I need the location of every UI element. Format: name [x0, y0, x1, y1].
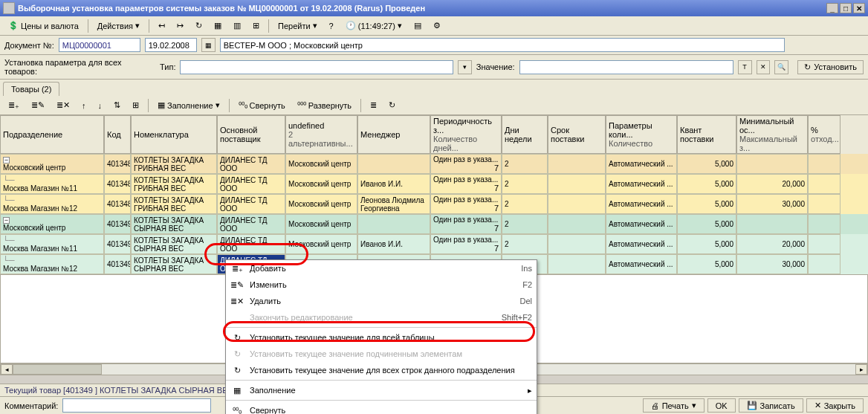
table-cell[interactable]: Московский центр: [285, 234, 357, 254]
table-cell[interactable]: 5,000: [677, 194, 736, 214]
table-cell[interactable]: Автоматический ...: [606, 234, 677, 254]
table-cell[interactable]: Леонова Людмила Георгиевна: [357, 194, 430, 214]
nav-next-button[interactable]: ↦: [172, 19, 189, 33]
table-cell[interactable]: ДИЛАНЕС ТД ООО: [217, 234, 285, 254]
table-cell[interactable]: −Московский центр: [0, 214, 104, 234]
goto-dropdown[interactable]: Перейти ▾: [273, 19, 323, 33]
refresh-button[interactable]: ↻: [190, 19, 207, 33]
menu-item-set-all[interactable]: ↻Установить текущее значение для всей та…: [226, 329, 537, 346]
table-row[interactable]: └─Москва Магазин №12401348КОТЛЕТЫ ЗАГАДК…: [0, 194, 868, 214]
table-cell[interactable]: [548, 194, 606, 214]
tab-goods[interactable]: Товары (2): [3, 82, 59, 96]
table-row[interactable]: −Московский центр401348КОТЛЕТЫ ЗАГАДКА Г…: [0, 154, 868, 174]
maximize-button[interactable]: □: [840, 3, 852, 13]
menu-item-edit[interactable]: ≣✎ИзменитьF2: [226, 276, 537, 293]
grid-sort-button[interactable]: ⇅: [108, 98, 126, 112]
table-cell[interactable]: −Московский центр: [0, 154, 104, 174]
table-cell[interactable]: 2: [502, 234, 548, 254]
table-cell[interactable]: [808, 234, 841, 254]
table-cell[interactable]: 5,000: [677, 214, 736, 234]
menu-item-set-dept[interactable]: ↻Установить текущее значение для всех ст…: [226, 362, 537, 378]
save-button[interactable]: 💾 Записать: [739, 398, 803, 413]
structure-button[interactable]: ⊞: [247, 19, 265, 33]
table-cell[interactable]: [808, 174, 841, 194]
table-cell[interactable]: Московский центр: [285, 154, 357, 174]
time-display[interactable]: 🕐 (11:49:27) ▾: [340, 19, 407, 33]
table-cell[interactable]: 401348: [104, 174, 131, 194]
table-row[interactable]: └─Москва Магазин №11401348КОТЛЕТЫ ЗАГАДК…: [0, 174, 868, 194]
grid-edit-button[interactable]: ≣✎: [26, 98, 50, 112]
table-row[interactable]: −Московский центр401349КОТЛЕТЫ ЗАГАДКА С…: [0, 214, 868, 234]
table-cell[interactable]: └─Москва Магазин №11: [0, 174, 104, 194]
col-header-code[interactable]: Код: [104, 115, 131, 154]
table-cell[interactable]: Один раз в указа...7: [430, 214, 502, 234]
table-cell[interactable]: [808, 254, 841, 274]
table-cell[interactable]: 5,000: [677, 174, 736, 194]
col-header-nomen[interactable]: Номенклатура: [131, 115, 217, 154]
table-cell[interactable]: 2: [502, 154, 548, 174]
grid-moveup-button[interactable]: ↑: [77, 99, 91, 112]
set-button[interactable]: ↻ Установить: [797, 60, 864, 74]
table-cell[interactable]: Один раз в указа...7: [430, 194, 502, 214]
col-header-waste[interactable]: %отход...: [808, 115, 841, 154]
table-cell[interactable]: [548, 214, 606, 234]
table-row[interactable]: └─Москва Магазин №11401349КОТЛЕТЫ ЗАГАДК…: [0, 234, 868, 254]
table-cell[interactable]: ДИЛАНЕС ТД ООО: [217, 174, 285, 194]
help-button[interactable]: ?: [324, 19, 339, 33]
print-button[interactable]: 🖨 Печать ▾: [643, 398, 705, 413]
table-cell[interactable]: Автоматический ...: [606, 174, 677, 194]
table-cell[interactable]: └─Москва Магазин №11: [0, 234, 104, 254]
col-header-period[interactable]: Периодичность з...Количество дней...: [430, 115, 502, 154]
table-cell[interactable]: [548, 154, 606, 174]
table-cell[interactable]: ДИЛАНЕС ТД ООО: [217, 194, 285, 214]
scroll-left-button[interactable]: ◂: [1, 364, 13, 375]
value-clear-button[interactable]: ✕: [757, 60, 771, 74]
ok-button[interactable]: OK: [707, 398, 736, 413]
fill-dropdown[interactable]: ▦ Заполнение ▾: [152, 98, 225, 112]
grid-extra1-button[interactable]: ≣: [365, 98, 382, 112]
menu-item-add[interactable]: ≣₊ДобавитьIns: [226, 260, 537, 276]
table-cell[interactable]: 5,000: [677, 154, 736, 174]
table-cell[interactable]: 401349: [104, 254, 131, 274]
table-cell[interactable]: Московский центр: [285, 174, 357, 194]
table-cell[interactable]: КОТЛЕТЫ ЗАГАДКА ГРИБНАЯ ВЕС: [131, 194, 217, 214]
table-cell[interactable]: Автоматический ...: [606, 254, 677, 274]
table-cell[interactable]: Иванов И.И.: [357, 234, 430, 254]
table-cell[interactable]: 2: [502, 174, 548, 194]
type-input[interactable]: [180, 60, 453, 74]
type-dropdown-button[interactable]: ▾: [458, 60, 472, 74]
table-cell[interactable]: [548, 254, 606, 274]
organization-input[interactable]: [220, 38, 785, 52]
table-cell[interactable]: [357, 214, 430, 234]
col-header-qparams[interactable]: Параметры коли...Количество: [606, 115, 677, 154]
scroll-right-button[interactable]: ▸: [855, 364, 867, 375]
close-button[interactable]: ✕ Закрыть: [806, 398, 864, 413]
misc1-button[interactable]: ▤: [409, 19, 427, 33]
table-cell[interactable]: [808, 154, 841, 174]
table-cell[interactable]: КОТЛЕТЫ ЗАГАДКА СЫРНАЯ ВЕС: [131, 234, 217, 254]
prices-currency-button[interactable]: 💲 Цены и валюта: [3, 19, 84, 33]
table-cell[interactable]: Московский центр: [285, 194, 357, 214]
comment-input[interactable]: [62, 398, 211, 413]
table-cell[interactable]: КОТЛЕТЫ ЗАГАДКА ГРИБНАЯ ВЕС: [131, 154, 217, 174]
table-cell[interactable]: КОТЛЕТЫ ЗАГАДКА ГРИБНАЯ ВЕС: [131, 174, 217, 194]
table-cell[interactable]: 2: [502, 214, 548, 234]
col-header-dept[interactable]: Подразделение: [0, 115, 104, 154]
col-header-delivery[interactable]: Срок поставки: [548, 115, 606, 154]
table-cell[interactable]: └─Москва Магазин №12: [0, 254, 104, 274]
doc-date-input[interactable]: [145, 38, 197, 52]
scroll-thumb[interactable]: [13, 364, 102, 375]
table-cell[interactable]: [808, 194, 841, 214]
table-cell[interactable]: [808, 214, 841, 234]
table-cell[interactable]: Один раз в указа...7: [430, 154, 502, 174]
table-cell[interactable]: 5,000: [677, 234, 736, 254]
date-picker-button[interactable]: ▦: [201, 38, 216, 52]
table-cell[interactable]: Иванов И.И.: [357, 174, 430, 194]
table-cell[interactable]: 401349: [104, 234, 131, 254]
table-cell[interactable]: 2: [502, 194, 548, 214]
table-cell[interactable]: 30,000: [736, 254, 808, 274]
expand-button[interactable]: ⁰⁰⁰ Развернуть: [292, 98, 357, 112]
col-header-days[interactable]: Дни недели: [502, 115, 548, 154]
value-search-button[interactable]: 🔍: [774, 60, 788, 74]
post-button[interactable]: ▦: [209, 19, 227, 33]
